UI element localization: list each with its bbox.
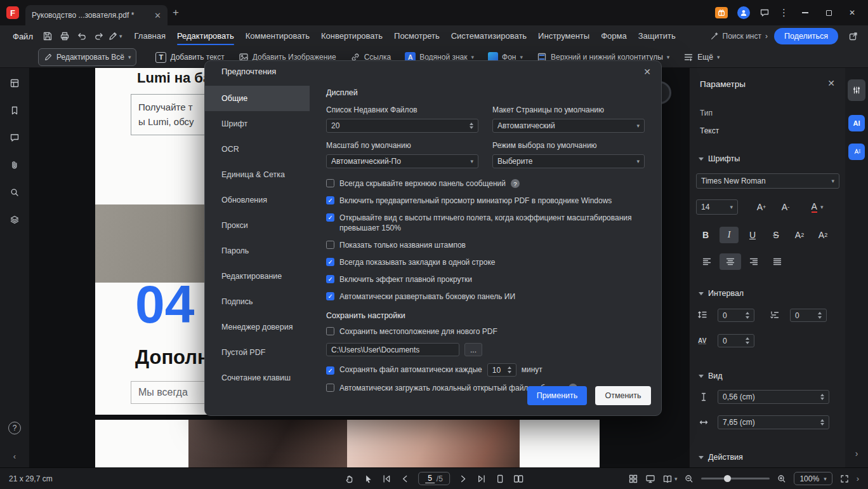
actions-section-header[interactable]: Действия: [699, 453, 743, 462]
nav-item-signature[interactable]: Подпись: [205, 289, 310, 314]
window-close-button[interactable]: ✕: [845, 6, 859, 20]
nav-item-trust-manager[interactable]: Менеджер доверия: [205, 314, 310, 340]
layers-panel-icon[interactable]: [10, 215, 20, 225]
properties-rail-button[interactable]: [848, 79, 865, 101]
spinner-arrows[interactable]: [746, 337, 749, 344]
page-layout-select[interactable]: Автоматический ▾: [492, 119, 645, 133]
hand-tool-icon[interactable]: [345, 474, 355, 484]
last-page-icon[interactable]: [477, 474, 487, 484]
checkbox[interactable]: [326, 241, 334, 249]
recent-files-spinner[interactable]: 20: [326, 119, 478, 133]
nav-item-general[interactable]: Общие: [205, 86, 310, 111]
nav-item-updates[interactable]: Обновления: [205, 187, 310, 213]
menu-tools[interactable]: Инструменты: [532, 25, 595, 47]
cancel-button[interactable]: Отменить: [595, 386, 651, 405]
font-family-select[interactable]: Times New Roman ▾: [696, 173, 839, 189]
new-tab-button[interactable]: +: [168, 6, 184, 19]
nav-item-proxy[interactable]: Прокси: [205, 213, 310, 238]
menu-organize[interactable]: Систематизировать: [445, 25, 532, 47]
subscript-button[interactable]: A2: [813, 227, 832, 243]
zoom-in-icon[interactable]: [777, 474, 787, 484]
more-menu-icon[interactable]: ⋮: [779, 7, 789, 18]
spacing-section-header[interactable]: Интервал: [699, 289, 744, 298]
underline-button[interactable]: U: [743, 227, 762, 243]
spinner-arrows[interactable]: [508, 366, 511, 373]
nav-item-ocr[interactable]: OCR: [205, 137, 310, 162]
pen-tool-dropdown[interactable]: ▾: [108, 31, 122, 41]
apply-button[interactable]: Применить: [527, 386, 587, 405]
search-panel-icon[interactable]: [10, 187, 20, 198]
expand-statusbar-icon[interactable]: ›: [857, 474, 859, 483]
menu-edit[interactable]: Редактировать: [171, 25, 240, 47]
checkbox[interactable]: [326, 258, 334, 266]
document-tab[interactable]: Руководство ...зователя.pdf * ✕: [25, 5, 168, 25]
nav-item-editing[interactable]: Редактирование: [205, 264, 310, 289]
nav-item-font[interactable]: Шрифт: [205, 111, 310, 137]
comments-panel-icon[interactable]: [10, 133, 20, 143]
paragraph-spacing-spinner[interactable]: 0: [790, 309, 827, 322]
tool-search[interactable]: Поиск инст ›: [710, 32, 768, 41]
bold-button[interactable]: B: [696, 227, 715, 243]
save-icon[interactable]: [39, 28, 56, 44]
spinner-arrows[interactable]: [820, 419, 824, 426]
window-maximize-button[interactable]: [822, 6, 836, 20]
grid-view-icon[interactable]: [628, 474, 638, 484]
read-mode-icon[interactable]: ▾: [662, 474, 678, 484]
undo-icon[interactable]: [74, 28, 91, 44]
align-right-button[interactable]: [743, 253, 765, 270]
menu-form[interactable]: Форма: [595, 25, 633, 47]
presentation-mode-icon[interactable]: [645, 474, 655, 484]
single-page-view-icon[interactable]: [495, 474, 505, 484]
properties-close-icon[interactable]: ✕: [827, 78, 835, 88]
zoom-out-icon[interactable]: [684, 474, 694, 484]
spinner-arrows[interactable]: [746, 312, 749, 319]
attachments-panel-icon[interactable]: [10, 160, 20, 170]
collapse-sidebar-icon[interactable]: ‹: [13, 452, 16, 461]
edit-all-button[interactable]: Редактировать Всё ▾: [38, 48, 136, 66]
spinner-arrows[interactable]: [818, 312, 822, 319]
page-number-input[interactable]: 5 /5: [418, 472, 450, 485]
feedback-icon[interactable]: [760, 8, 770, 18]
font-decrease-button[interactable]: A-: [775, 199, 796, 215]
fonts-section-header[interactable]: Шрифты: [699, 154, 740, 163]
italic-button[interactable]: I: [720, 227, 739, 243]
view-section-header[interactable]: Вид: [699, 372, 723, 380]
line-spacing-spinner[interactable]: 0: [718, 309, 754, 322]
window-minimize-button[interactable]: [798, 6, 812, 20]
font-size-select[interactable]: 14 ▾: [696, 199, 738, 215]
width-spinner[interactable]: 7,65 (cm): [718, 415, 829, 429]
browse-button[interactable]: ...: [464, 343, 482, 356]
align-center-button[interactable]: [720, 253, 741, 270]
first-page-icon[interactable]: [381, 474, 391, 484]
zoom-slider-handle[interactable]: [724, 475, 731, 482]
two-page-view-icon[interactable]: [513, 474, 523, 484]
default-zoom-select[interactable]: Автоматический-По ▾: [326, 154, 478, 168]
save-path-input[interactable]: C:\Users\User\Documents: [326, 343, 459, 356]
zoom-level-select[interactable]: 100% ▾: [794, 472, 832, 485]
help-icon[interactable]: ?: [511, 179, 520, 188]
checkbox[interactable]: [326, 196, 334, 204]
checkbox[interactable]: [326, 327, 334, 335]
autosave-interval-spinner[interactable]: 10: [487, 363, 516, 377]
nav-item-units-grid[interactable]: Единица & Сетка: [205, 162, 310, 187]
previous-page-icon[interactable]: [400, 474, 410, 484]
height-spinner[interactable]: 0,56 (cm): [718, 390, 829, 404]
nav-item-shortcuts[interactable]: Сочетание клавиш: [205, 365, 310, 391]
share-button[interactable]: Поделиться: [774, 28, 838, 44]
tab-close-icon[interactable]: ✕: [154, 11, 161, 20]
checkbox[interactable]: [326, 275, 334, 283]
print-icon[interactable]: [56, 28, 74, 44]
file-menu[interactable]: Файл: [6, 32, 39, 41]
selection-mode-select[interactable]: Выберите ▾: [492, 154, 645, 168]
zoom-slider[interactable]: [701, 478, 770, 479]
checkbox[interactable]: [326, 366, 334, 375]
strikethrough-button[interactable]: S: [766, 227, 786, 243]
select-tool-icon[interactable]: [363, 474, 373, 484]
align-left-button[interactable]: [696, 253, 718, 270]
pdf-page-next[interactable]: [95, 420, 600, 467]
checkbox[interactable]: [326, 179, 334, 187]
thumbnails-panel-icon[interactable]: [10, 78, 20, 88]
align-justify-button[interactable]: [766, 253, 788, 270]
menu-view[interactable]: Посмотреть: [388, 25, 445, 47]
nav-item-password[interactable]: Пароль: [205, 238, 310, 264]
